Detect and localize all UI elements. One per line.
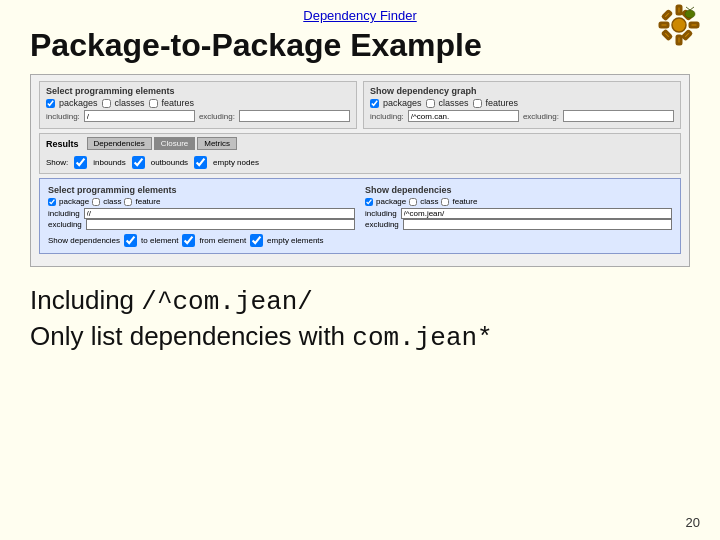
bottom-line2-prefix: Only list dependencies with: [30, 321, 352, 351]
left-features-check[interactable]: [149, 99, 158, 108]
bottom-text: Including /^com.jean/ Only list dependen…: [0, 267, 720, 353]
inner-panel: Select programming elements package clas…: [39, 178, 681, 254]
inner-right-label: Show dependencies: [365, 185, 672, 195]
right-select-col: Show dependency graph packages classes f…: [363, 81, 681, 129]
inner-left-including-row: including: [48, 208, 355, 219]
show-inbounds-label: inbounds: [93, 158, 125, 167]
app-title[interactable]: Dependency Finder: [303, 8, 416, 23]
left-features-label: features: [162, 98, 195, 108]
right-classes-check[interactable]: [426, 99, 435, 108]
left-excluding-label: excluding:: [199, 112, 235, 121]
svg-rect-4: [690, 23, 698, 27]
left-including-label: including:: [46, 112, 80, 121]
tab-dependencies[interactable]: Dependencies: [87, 137, 152, 150]
inner-right-incl-input[interactable]: [401, 208, 672, 219]
left-col-label: Select programming elements: [46, 86, 350, 96]
inner-right-feature-label: feature: [452, 197, 477, 206]
right-classes-label: classes: [439, 98, 469, 108]
bottom-line1: Including /^com.jean/: [30, 285, 690, 317]
inner-left-feature-check[interactable]: [124, 198, 132, 206]
left-packages-check[interactable]: [46, 99, 55, 108]
svg-rect-3: [660, 23, 668, 27]
inner-right-including-row: including: [365, 208, 672, 219]
left-select-col: Select programming elements packages cla…: [39, 81, 357, 129]
inner-left-class-label: class: [103, 197, 121, 206]
right-col-label: Show dependency graph: [370, 86, 674, 96]
right-excluding-input[interactable]: [563, 110, 674, 122]
left-excluding-input[interactable]: [239, 110, 350, 122]
svg-rect-2: [677, 36, 681, 44]
show-empty-check[interactable]: [194, 156, 207, 169]
inner-right-excl-label: excluding: [365, 220, 399, 229]
inner-top-row: Select programming elements package clas…: [48, 185, 672, 230]
bottom-line1-mono: /^com.jean/: [141, 287, 313, 317]
inner-right-col: Show dependencies package class feature …: [365, 185, 672, 230]
inner-right-excluding-row: excluding: [365, 219, 672, 230]
inner-empty-elements-check[interactable]: [250, 234, 263, 247]
inner-right-class-check[interactable]: [409, 198, 417, 206]
inner-show-label: Show dependencies: [48, 236, 120, 245]
logo-icon: [658, 4, 700, 46]
inner-left-package-check[interactable]: [48, 198, 56, 206]
show-inbounds-check[interactable]: [74, 156, 87, 169]
left-classes-label: classes: [115, 98, 145, 108]
tab-metrics[interactable]: Metrics: [197, 137, 237, 150]
inner-left-excl-label: excluding: [48, 220, 82, 229]
inner-right-excl-input[interactable]: [403, 219, 672, 230]
inner-left-checks: package class feature: [48, 197, 355, 206]
inner-right-incl-label: including: [365, 209, 397, 218]
inner-left-package-label: package: [59, 197, 89, 206]
right-including-input[interactable]: [408, 110, 519, 122]
inner-left-feature-label: feature: [135, 197, 160, 206]
inner-to-element-check[interactable]: [124, 234, 137, 247]
svg-rect-6: [683, 31, 691, 39]
right-features-check[interactable]: [473, 99, 482, 108]
right-features-label: features: [486, 98, 519, 108]
svg-rect-5: [663, 11, 671, 19]
inner-left-excluding-row: excluding: [48, 219, 355, 230]
svg-rect-1: [677, 6, 681, 14]
right-packages-check[interactable]: [370, 99, 379, 108]
right-checkboxes: packages classes features: [370, 98, 674, 108]
inner-left-label: Select programming elements: [48, 185, 355, 195]
inner-from-element-check[interactable]: [182, 234, 195, 247]
inner-right-package-label: package: [376, 197, 406, 206]
bottom-line2-mono: com.jean*: [352, 323, 492, 353]
show-outbounds-label: outbounds: [151, 158, 188, 167]
show-row: Show: inbounds outbounds empty nodes: [46, 156, 674, 169]
bottom-line1-prefix: Including: [30, 285, 141, 315]
left-including-row: including: excluding:: [46, 110, 350, 122]
inner-left-col: Select programming elements package clas…: [48, 185, 355, 230]
svg-line-11: [686, 7, 690, 10]
svg-rect-8: [663, 31, 671, 39]
inner-left-incl-input[interactable]: [84, 208, 355, 219]
header: Dependency Finder: [0, 0, 720, 27]
left-packages-label: packages: [59, 98, 98, 108]
tab-closure[interactable]: Closure: [154, 137, 196, 150]
inner-right-checks: package class feature: [365, 197, 672, 206]
inner-right-class-label: class: [420, 197, 438, 206]
left-including-input[interactable]: [84, 110, 195, 122]
inner-right-feature-check[interactable]: [441, 198, 449, 206]
inner-left-excl-input[interactable]: [86, 219, 355, 230]
page-number: 20: [686, 515, 700, 530]
inner-empty-elements-label: empty elements: [267, 236, 323, 245]
inner-right-package-check[interactable]: [365, 198, 373, 206]
inner-to-element-label: to element: [141, 236, 178, 245]
svg-point-0: [672, 18, 686, 32]
bottom-line2: Only list dependencies with com.jean*: [30, 321, 690, 353]
right-including-row: including: excluding:: [370, 110, 674, 122]
inner-left-class-check[interactable]: [92, 198, 100, 206]
outer-panel: Select programming elements packages cla…: [30, 74, 690, 267]
results-label: Results: [46, 139, 79, 149]
right-packages-label: packages: [383, 98, 422, 108]
inner-show-row: Show dependencies to element from elemen…: [48, 234, 672, 247]
results-area: Results Dependencies Closure Metrics Sho…: [39, 133, 681, 174]
svg-point-9: [685, 10, 695, 18]
svg-line-10: [690, 7, 694, 10]
left-classes-check[interactable]: [102, 99, 111, 108]
page-title: Package-to-Package Example: [0, 27, 720, 74]
show-outbounds-check[interactable]: [132, 156, 145, 169]
tab-row: Dependencies Closure Metrics: [87, 137, 238, 150]
left-checkboxes: packages classes features: [46, 98, 350, 108]
